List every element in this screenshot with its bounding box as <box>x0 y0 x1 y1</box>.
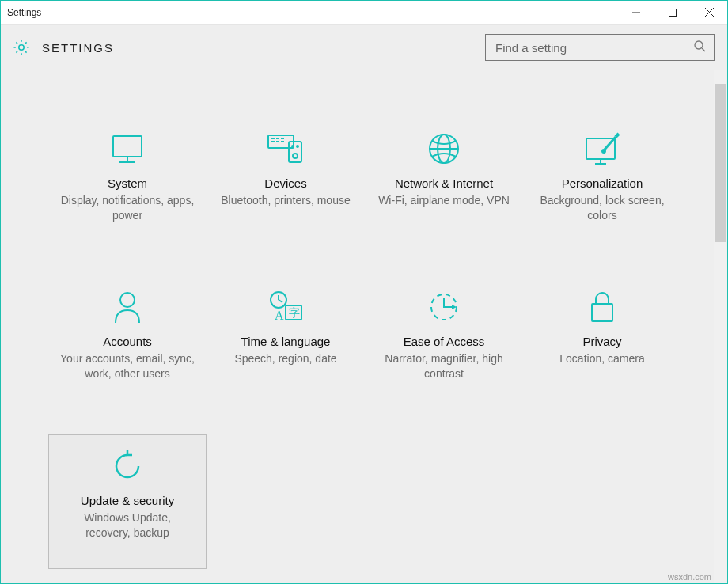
svg-point-28 <box>120 293 135 307</box>
tile-desc: Background, lock screen, colors <box>535 193 669 223</box>
svg-point-20 <box>297 146 298 147</box>
scrollbar-thumb[interactable] <box>715 84 726 242</box>
header: SETTINGS <box>1 25 727 70</box>
tile-title: Personalization <box>562 176 643 190</box>
tile-ease-of-access[interactable]: Ease of Access Narrator, magnifier, high… <box>365 276 523 411</box>
tile-title: Devices <box>264 176 306 190</box>
maximize-button[interactable] <box>654 1 691 25</box>
tile-desc: Windows Update, recovery, backup <box>60 510 195 540</box>
svg-text:字: 字 <box>289 307 300 319</box>
svg-point-5 <box>695 41 703 49</box>
search-icon <box>693 40 706 55</box>
tile-desc: Narrator, magnifier, high contrast <box>377 351 511 381</box>
minimize-button[interactable] <box>618 1 654 25</box>
svg-text:A: A <box>275 309 284 322</box>
tile-update-security[interactable]: Update & security Windows Update, recove… <box>48 434 207 569</box>
maximize-icon <box>669 9 677 17</box>
scrollbar[interactable] <box>714 70 727 583</box>
tile-title: Time & language <box>241 335 331 348</box>
update-icon <box>110 446 145 486</box>
tile-desc: Location, camera <box>559 351 644 366</box>
system-icon <box>108 129 146 169</box>
tile-desc: Wi-Fi, airplane mode, VPN <box>378 193 510 208</box>
settings-window: Settings SETTINGS <box>0 0 728 584</box>
tile-accounts[interactable]: Accounts Your accounts, email, sync, wor… <box>48 276 207 411</box>
content-area: System Display, notifications, apps, pow… <box>1 70 727 583</box>
close-button[interactable] <box>691 1 727 25</box>
tile-time-language[interactable]: A 字 Time & language Speech, region, date <box>207 276 365 411</box>
app-title: SETTINGS <box>42 41 114 55</box>
ease-of-access-icon <box>427 287 461 327</box>
search-input[interactable] <box>494 40 693 55</box>
window-title: Settings <box>1 7 41 18</box>
header-left: SETTINGS <box>12 38 114 57</box>
personalization-icon <box>582 129 622 169</box>
tile-title: Update & security <box>81 494 174 507</box>
svg-point-19 <box>292 146 294 147</box>
tile-title: System <box>108 176 147 190</box>
minimize-icon <box>632 9 640 17</box>
accounts-icon <box>112 287 143 327</box>
tile-desc: Display, notifications, apps, power <box>60 193 195 223</box>
tile-desc: Bluetooth, printers, mouse <box>221 193 350 208</box>
tile-personalization[interactable]: Personalization Background, lock screen,… <box>523 118 681 252</box>
tile-title: Network & Internet <box>395 176 493 190</box>
tile-desc: Your accounts, email, sync, work, other … <box>60 351 195 381</box>
tile-title: Ease of Access <box>404 335 485 348</box>
svg-point-4 <box>19 45 24 50</box>
devices-icon <box>265 129 306 169</box>
svg-rect-17 <box>289 142 301 162</box>
svg-line-31 <box>279 300 282 302</box>
gear-icon <box>12 38 31 57</box>
svg-point-18 <box>293 154 298 158</box>
time-language-icon: A 字 <box>267 287 305 327</box>
tile-desc: Speech, region, date <box>234 351 336 366</box>
svg-rect-1 <box>669 9 677 16</box>
tiles-grid: System Display, notifications, apps, pow… <box>1 70 727 583</box>
globe-icon <box>427 129 461 169</box>
search-box[interactable] <box>485 34 715 61</box>
close-icon <box>705 8 714 17</box>
lock-icon <box>587 287 617 327</box>
titlebar: Settings <box>1 1 727 25</box>
tile-title: Privacy <box>582 335 621 348</box>
tile-privacy[interactable]: Privacy Location, camera <box>523 276 681 411</box>
svg-rect-7 <box>113 136 142 157</box>
window-controls <box>618 1 727 25</box>
svg-rect-37 <box>592 304 612 321</box>
tile-devices[interactable]: Devices Bluetooth, printers, mouse <box>207 118 365 252</box>
tile-network[interactable]: Network & Internet Wi-Fi, airplane mode,… <box>365 118 523 252</box>
watermark: wsxdn.com <box>668 572 711 582</box>
tile-system[interactable]: System Display, notifications, apps, pow… <box>48 118 207 252</box>
svg-line-6 <box>702 48 705 51</box>
tile-title: Accounts <box>103 335 152 348</box>
svg-point-27 <box>602 150 605 153</box>
